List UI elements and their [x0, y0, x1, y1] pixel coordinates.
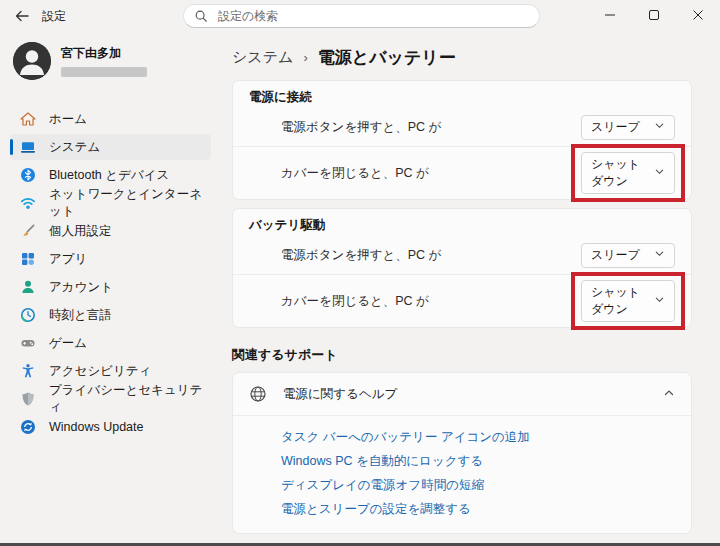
sidebar-item-privacy-security[interactable]: プライバシーとセキュリティ [10, 386, 211, 412]
close-button[interactable] [676, 0, 720, 32]
lid-close-action-dropdown[interactable]: シャットダウン [581, 152, 675, 194]
minimize-button[interactable] [588, 0, 632, 32]
sidebar-item-accounts[interactable]: アカウント [10, 274, 211, 300]
related-support-card: 電源に関するヘルプ タスク バーへのバッテリー アイコンの追加 Windows … [232, 372, 692, 534]
chevron-up-icon [663, 385, 675, 403]
chevron-down-icon [654, 294, 665, 308]
sidebar-item-gaming[interactable]: ゲーム [10, 330, 211, 356]
search-box[interactable] [183, 4, 540, 28]
on-battery-card: バッテリ駆動 電源ボタンを押すと、PC が スリープ カバーを閉じると、PC が… [232, 208, 692, 328]
row-label: 電源ボタンを押すと、PC が [281, 247, 441, 264]
sidebar-item-label: アクセシビリティ [49, 363, 151, 380]
lid-close-row: カバーを閉じると、PC が シャットダウン [233, 146, 691, 199]
sidebar-item-home[interactable]: ホーム [10, 106, 211, 132]
sidebar-item-label: ネットワークとインターネット [49, 186, 211, 220]
home-icon [20, 111, 36, 127]
bluetooth-icon [20, 167, 36, 183]
app-title: 設定 [42, 8, 66, 25]
power-button-action-dropdown[interactable]: スリープ [581, 115, 675, 140]
sidebar-item-bluetooth-devices[interactable]: Bluetooth とデバイス [10, 162, 211, 188]
back-arrow-icon [14, 8, 30, 24]
system-icon [20, 139, 36, 155]
globe-help-icon [249, 385, 267, 403]
sidebar-item-label: ホーム [49, 111, 87, 128]
link-shorten-display-off[interactable]: ディスプレイの電源オフ時間の短縮 [281, 473, 675, 497]
sidebar-item-label: 時刻と言語 [49, 307, 112, 324]
on-battery-title: バッテリ駆動 [233, 209, 691, 236]
sidebar-item-label: 個人用設定 [49, 223, 112, 240]
sidebar-item-apps[interactable]: アプリ [10, 246, 211, 272]
sidebar-item-system[interactable]: システム [10, 134, 211, 160]
related-support-heading: 関連するサポート [232, 346, 692, 364]
row-label: 電源ボタンを押すと、PC が [281, 119, 441, 136]
power-button-row-battery: 電源ボタンを押すと、PC が スリープ [233, 236, 691, 274]
profile-email-redacted [61, 67, 147, 77]
sidebar-nav: ホーム システム Bluetooth とデバイス ネットワークとインターネット … [0, 106, 221, 440]
row-label: カバーを閉じると、PC が [281, 293, 429, 310]
avatar [13, 42, 51, 80]
time-language-icon [20, 307, 36, 323]
sidebar-item-label: システム [49, 139, 100, 156]
main-pane: システム › 電源とバッテリー 電源に接続 電源ボタンを押すと、PC が スリー… [221, 32, 720, 546]
dropdown-value: スリープ [591, 119, 640, 136]
sidebar-item-accessibility[interactable]: アクセシビリティ [10, 358, 211, 384]
gaming-icon [20, 335, 36, 351]
sidebar-item-label: Windows Update [49, 420, 144, 434]
support-links: タスク バーへのバッテリー アイコンの追加 Windows PC を自動的にロッ… [233, 415, 691, 533]
profile-block[interactable]: 宮下由多加 [13, 42, 221, 80]
privacy-shield-icon [20, 391, 36, 407]
search-icon [194, 9, 208, 23]
breadcrumb: システム › 電源とバッテリー [232, 46, 720, 68]
plugged-in-title: 電源に接続 [233, 81, 691, 108]
accounts-icon [20, 279, 36, 295]
red-highlight-box: シャットダウン [571, 144, 685, 202]
dropdown-value: シャットダウン [591, 284, 644, 318]
titlebar: 設定 [0, 0, 720, 32]
sidebar-item-time-language[interactable]: 時刻と言語 [10, 302, 211, 328]
windows-update-icon [20, 419, 36, 435]
red-highlight-box: シャットダウン [571, 272, 685, 330]
sidebar-item-label: ゲーム [49, 335, 87, 352]
sidebar-item-network-internet[interactable]: ネットワークとインターネット [10, 190, 211, 216]
plugged-in-card: 電源に接続 電源ボタンを押すと、PC が スリープ カバーを閉じると、PC が … [232, 80, 692, 200]
window-controls [588, 0, 720, 32]
power-button-row: 電源ボタンを押すと、PC が スリープ [233, 108, 691, 146]
link-taskbar-battery-icon[interactable]: タスク バーへのバッテリー アイコンの追加 [281, 425, 675, 449]
sidebar: 宮下由多加 ホーム システム Bluetooth とデバイス ネットワークとイン… [0, 32, 221, 546]
lid-close-action-dropdown-battery[interactable]: シャットダウン [581, 280, 675, 322]
settings-content: 電源に接続 電源ボタンを押すと、PC が スリープ カバーを閉じると、PC が … [232, 80, 692, 546]
maximize-icon [648, 7, 660, 25]
network-icon [20, 195, 36, 211]
row-label: カバーを閉じると、PC が [281, 165, 429, 182]
dropdown-value: シャットダウン [591, 156, 644, 190]
dropdown-value: スリープ [591, 247, 640, 264]
power-help-expander[interactable]: 電源に関するヘルプ [233, 373, 691, 415]
sidebar-item-label: アカウント [49, 279, 113, 296]
sidebar-item-windows-update[interactable]: Windows Update [10, 414, 211, 440]
breadcrumb-parent[interactable]: システム [232, 48, 293, 67]
chevron-down-icon [654, 166, 665, 180]
sidebar-item-personalization[interactable]: 個人用設定 [10, 218, 211, 244]
accessibility-icon [20, 363, 36, 379]
sidebar-item-label: アプリ [49, 251, 87, 268]
power-button-action-dropdown-battery[interactable]: スリープ [581, 243, 675, 268]
minimize-icon [604, 7, 616, 25]
personalization-icon [20, 223, 36, 239]
lid-close-row-battery: カバーを閉じると、PC が シャットダウン [233, 274, 691, 327]
sidebar-item-label: プライバシーとセキュリティ [49, 382, 211, 416]
chevron-down-icon [654, 248, 665, 262]
link-adjust-power-sleep[interactable]: 電源とスリープの設定を調整する [281, 497, 675, 521]
maximize-button[interactable] [632, 0, 676, 32]
profile-name: 宮下由多加 [61, 45, 147, 62]
back-button[interactable] [8, 4, 36, 28]
close-icon [692, 7, 704, 25]
expander-label: 電源に関するヘルプ [283, 386, 647, 403]
apps-icon [20, 251, 36, 267]
page-title: 電源とバッテリー [318, 46, 456, 69]
breadcrumb-separator-icon: › [303, 50, 307, 65]
search-input[interactable] [216, 8, 529, 24]
link-auto-lock-pc[interactable]: Windows PC を自動的にロックする [281, 449, 675, 473]
chevron-down-icon [654, 120, 665, 134]
sidebar-item-label: Bluetooth とデバイス [49, 167, 169, 184]
